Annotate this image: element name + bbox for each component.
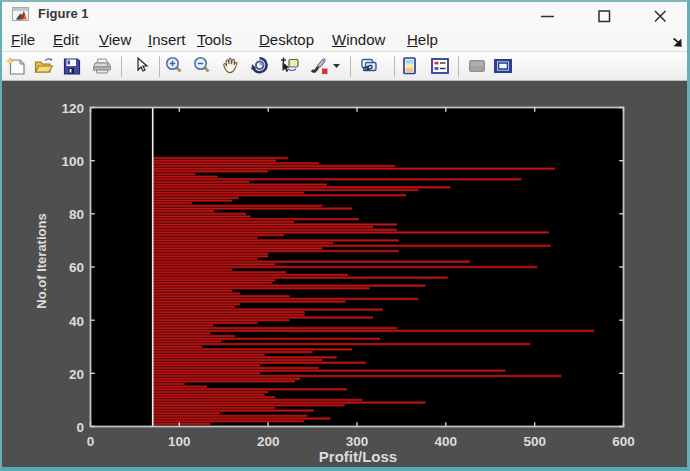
svg-text:No.of Iterations: No.of Iterations xyxy=(34,213,49,308)
svg-text:0: 0 xyxy=(76,420,84,435)
svg-text:400: 400 xyxy=(435,434,458,449)
svg-text:120: 120 xyxy=(61,101,84,116)
svg-text:40: 40 xyxy=(69,314,84,329)
svg-text:Profit/Loss: Profit/Loss xyxy=(319,448,397,465)
svg-text:600: 600 xyxy=(612,434,635,449)
svg-text:80: 80 xyxy=(69,207,84,222)
svg-text:60: 60 xyxy=(69,260,84,275)
svg-text:100: 100 xyxy=(168,434,191,449)
svg-text:0: 0 xyxy=(87,434,95,449)
svg-text:300: 300 xyxy=(346,434,369,449)
svg-text:200: 200 xyxy=(257,434,280,449)
svg-text:500: 500 xyxy=(523,434,546,449)
svg-text:20: 20 xyxy=(69,367,84,382)
svg-text:100: 100 xyxy=(61,154,84,169)
